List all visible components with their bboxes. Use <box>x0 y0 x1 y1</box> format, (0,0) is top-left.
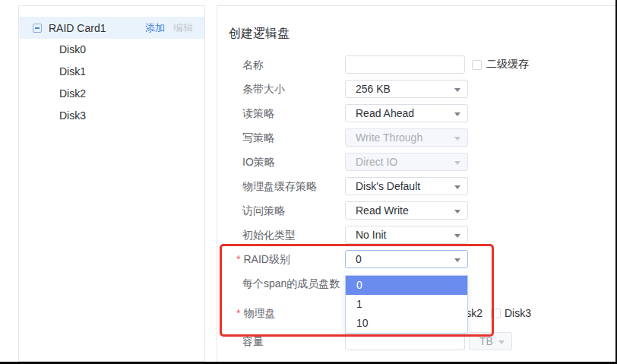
secondary-cache-group: 二级缓存 <box>472 55 529 74</box>
chevron-down-icon <box>454 112 460 119</box>
init-type-value: No Init <box>356 229 386 241</box>
tree-item-raid-card[interactable]: RAID Card1 添加 编辑 <box>19 17 204 39</box>
row-access-policy: 访问策略 Read Write <box>217 201 615 220</box>
chevron-down-icon <box>498 340 505 347</box>
read-policy-label: 读策略 <box>242 104 274 122</box>
raid-card-label: RAID Card1 <box>49 22 106 34</box>
tree-actions: 添加 编辑 <box>145 21 193 35</box>
tree-item-disk0[interactable]: Disk0 <box>19 39 204 61</box>
pd-cache-policy-label: 物理盘缓存策略 <box>242 177 317 195</box>
read-policy-select[interactable]: Read Ahead <box>345 104 468 122</box>
row-write-policy: 写策略 Write Through <box>217 128 615 147</box>
row-name: 名称 二级缓存 <box>217 55 615 74</box>
create-logical-disk-panel: 创建逻辑盘 名称 二级缓存 条带大小 256 KB 读策略 Read Ahead <box>217 5 615 362</box>
row-capacity: 容量 TB <box>217 332 615 350</box>
row-raid-level: *RAID级别 0 <box>217 250 615 268</box>
capacity-label: 容量 <box>242 332 264 350</box>
stripe-size-label: 条带大小 <box>242 80 285 98</box>
raid-level-select[interactable]: 0 <box>345 250 468 268</box>
required-marker: * <box>236 253 240 265</box>
secondary-cache-label: 二级缓存 <box>486 58 529 71</box>
io-policy-value: Direct IO <box>356 156 397 168</box>
physical-disks-label: *物理盘 <box>236 304 275 322</box>
pd-cache-policy-select[interactable]: Disk's Default <box>345 177 468 195</box>
collapse-icon[interactable] <box>33 24 42 33</box>
stripe-size-select[interactable]: 256 KB <box>345 80 468 98</box>
page-title: 创建逻辑盘 <box>229 26 290 42</box>
access-policy-select[interactable]: Read Write <box>345 201 468 220</box>
chevron-down-icon <box>454 185 460 192</box>
capacity-unit-select[interactable]: TB <box>469 332 512 350</box>
chevron-down-icon <box>454 161 460 168</box>
write-policy-value: Write Through <box>356 131 422 144</box>
raid-level-option-10[interactable]: 10 <box>346 314 467 333</box>
raid-level-option-0[interactable]: 0 <box>346 276 467 295</box>
write-policy-select: Write Through <box>345 128 468 147</box>
raid-level-dropdown: 0 1 10 <box>345 275 468 334</box>
read-policy-value: Read Ahead <box>356 107 414 119</box>
access-policy-value: Read Write <box>356 204 409 217</box>
chevron-down-icon <box>454 210 460 217</box>
physical-disk-option-disk3[interactable]: Disk3 <box>491 304 531 322</box>
raid-tree-panel: RAID Card1 添加 编辑 Disk0 Disk1 Disk2 Disk3 <box>18 5 205 362</box>
row-stripe-size: 条带大小 256 KB <box>217 80 615 98</box>
chevron-down-icon <box>454 88 460 95</box>
capacity-input[interactable] <box>345 332 465 350</box>
chevron-down-icon <box>454 137 460 144</box>
add-link[interactable]: 添加 <box>145 21 165 35</box>
chevron-down-icon <box>454 258 460 265</box>
name-label: 名称 <box>242 55 264 74</box>
io-policy-select: Direct IO <box>345 153 468 171</box>
raid-level-label: *RAID级别 <box>236 250 290 268</box>
raid-level-value: 0 <box>356 253 362 265</box>
chevron-down-icon <box>454 234 460 241</box>
edit-link[interactable]: 编辑 <box>173 21 193 35</box>
span-members-label: 每个span的成员盘数 <box>242 274 340 293</box>
access-policy-label: 访问策略 <box>242 201 285 220</box>
row-init-type: 初始化类型 No Init <box>217 226 615 244</box>
pd-cache-policy-value: Disk's Default <box>356 180 420 192</box>
tree-item-disk1[interactable]: Disk1 <box>19 61 204 83</box>
write-policy-label: 写策略 <box>242 128 274 147</box>
disk3-label: Disk3 <box>505 307 531 319</box>
raid-level-option-1[interactable]: 1 <box>346 295 467 314</box>
required-marker: * <box>236 307 240 319</box>
secondary-cache-checkbox[interactable] <box>472 60 482 70</box>
init-type-label: 初始化类型 <box>242 226 296 244</box>
tree-item-disk2[interactable]: Disk2 <box>19 83 204 105</box>
capacity-unit-value: TB <box>479 335 493 347</box>
row-pd-cache-policy: 物理盘缓存策略 Disk's Default <box>217 177 615 195</box>
init-type-select[interactable]: No Init <box>345 226 468 244</box>
disk3-checkbox[interactable] <box>491 309 501 318</box>
row-io-policy: IO策略 Direct IO <box>217 153 615 171</box>
raid-config-page: RAID Card1 添加 编辑 Disk0 Disk1 Disk2 Disk3… <box>0 0 617 364</box>
tree-item-disk3[interactable]: Disk3 <box>19 105 204 127</box>
stripe-size-value: 256 KB <box>356 83 391 95</box>
row-read-policy: 读策略 Read Ahead <box>217 104 615 122</box>
io-policy-label: IO策略 <box>242 153 275 171</box>
name-input[interactable] <box>345 55 465 74</box>
